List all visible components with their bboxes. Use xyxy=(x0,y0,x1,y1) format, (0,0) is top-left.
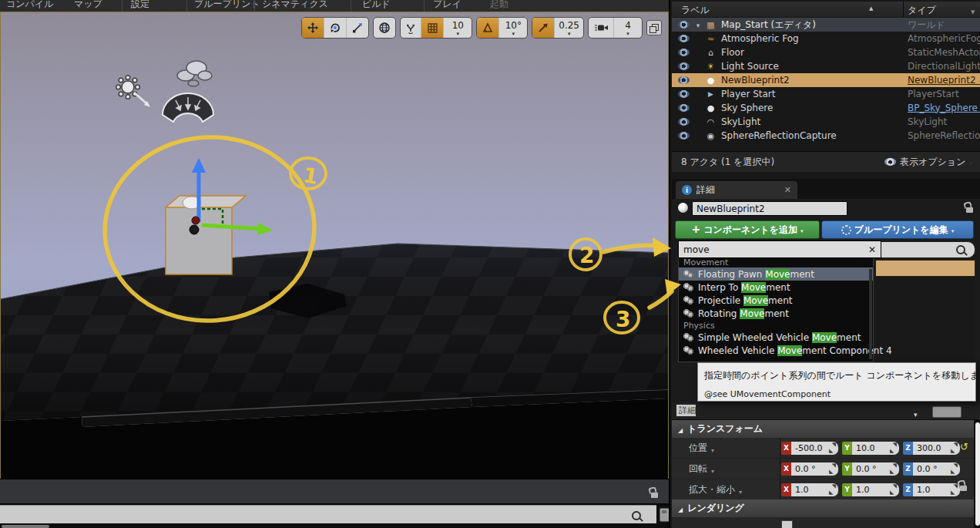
rotate-mode-button[interactable] xyxy=(324,18,347,38)
tab-details[interactable]: 詳細 xyxy=(676,181,797,199)
collapse-triangle-icon xyxy=(678,424,683,435)
viewport-scene[interactable] xyxy=(1,12,668,479)
visibility-eye-icon[interactable] xyxy=(678,21,690,29)
drag-handle-icon[interactable] xyxy=(951,465,958,473)
dropdown-item-wheeled-vehicle-movement[interactable]: Wheeled Vehicle Movement Component 4 xyxy=(679,344,873,357)
close-icon[interactable] xyxy=(784,185,791,195)
type-filter-icon[interactable] xyxy=(971,5,975,16)
edit-blueprint-link[interactable]: NewBlueprint2 を編 xyxy=(908,74,980,87)
component-search-input[interactable]: move xyxy=(678,240,881,258)
actor-name-field[interactable] xyxy=(692,201,847,216)
dropdown-item-floating-pawn-movement[interactable]: Floating Pawn Movement xyxy=(679,267,873,281)
details-filter-input[interactable]: 詳細 xyxy=(676,405,696,416)
visibility-eye-icon[interactable] xyxy=(678,118,690,126)
drag-handle-icon[interactable] xyxy=(890,486,897,494)
rotate-icon xyxy=(329,22,341,34)
visibility-eye-icon[interactable] xyxy=(678,62,690,70)
rotation-x-field[interactable]: X 0.0 ° xyxy=(781,462,838,476)
dropdown-item-rotating-movement[interactable]: Rotating Movement xyxy=(679,307,873,320)
drag-handle-icon[interactable] xyxy=(951,486,958,494)
rotation-y-field[interactable]: Y 0.0 ° xyxy=(842,462,899,476)
sort-ascending-icon[interactable] xyxy=(869,2,873,12)
outliner-row-map-start[interactable]: ▦ Map_Start (エディタ) ワールド xyxy=(672,18,980,32)
outliner-row-skylight[interactable]: ◠ SkyLight SkyLight xyxy=(672,115,980,129)
drag-handle-icon[interactable] xyxy=(829,465,836,473)
menu-blueprints[interactable]: ブループリント xyxy=(194,0,260,11)
outliner-row-sky-sphere[interactable]: ● Sky Sphere BP_Sky_Sphere を xyxy=(672,101,980,115)
outliner-row-light-source[interactable]: ☀ Light Source DirectionalLight xyxy=(672,59,980,73)
viewport-3d[interactable]: 10 10° xyxy=(0,12,669,479)
drag-handle-icon[interactable] xyxy=(829,444,836,452)
edit-blueprint-button[interactable]: ブループリントを編集 xyxy=(821,220,974,239)
translate-mode-button[interactable] xyxy=(302,18,324,38)
scale-snap-button[interactable] xyxy=(532,18,555,38)
scale-lock-icon[interactable] xyxy=(960,486,967,491)
location-x-field[interactable]: X -500.0 xyxy=(781,442,838,455)
outliner-row-sphere-reflection[interactable]: ◉ SphereReflectionCapture SphereReflecti… xyxy=(672,129,980,143)
component-tree-selected-row[interactable] xyxy=(875,260,975,277)
scale-x-field[interactable]: X 1.0 xyxy=(781,483,838,496)
drag-handle-icon[interactable] xyxy=(890,465,897,473)
dropdown-item-interp-to-movement[interactable]: Interp To Movement xyxy=(679,281,873,294)
outliner-row-newblueprint2[interactable]: ● NewBlueprint2 NewBlueprint2 を編 xyxy=(672,73,980,87)
details-scrollbar[interactable] xyxy=(975,422,980,526)
visibility-eye-icon[interactable] xyxy=(678,132,690,140)
menu-launch[interactable]: 起動 xyxy=(490,0,508,11)
menu-play[interactable]: プレイ xyxy=(433,0,461,11)
rotation-snap-value[interactable]: 10° xyxy=(499,18,527,38)
visibility-eye-icon[interactable] xyxy=(678,90,690,98)
add-component-button[interactable]: コンポーネントを追加 xyxy=(675,220,820,239)
expander-icon[interactable] xyxy=(693,19,703,30)
visibility-eye-icon[interactable] xyxy=(678,35,690,42)
location-y-field[interactable]: Y 10.0 xyxy=(842,442,899,455)
column-label[interactable]: ラベル xyxy=(681,4,710,17)
visibility-eye-icon[interactable] xyxy=(678,76,690,84)
outliner-row-player-start[interactable]: ▶ Player Start PlayerStart xyxy=(672,87,980,101)
grid-snap-button[interactable] xyxy=(421,18,444,38)
unlock-icon[interactable] xyxy=(651,493,658,498)
view-options-button[interactable]: 表示オプション xyxy=(884,156,972,169)
menu-compile[interactable]: コンパイル xyxy=(6,0,53,11)
rendering-section-header[interactable]: レンダリング xyxy=(672,499,980,518)
menu-settings[interactable]: 設定 xyxy=(131,0,149,11)
camera-speed-button[interactable] xyxy=(589,18,614,38)
rotation-z-field[interactable]: Z 0.0 ° xyxy=(903,462,960,476)
surface-snap-button[interactable] xyxy=(401,18,421,38)
rotation-snap-button[interactable] xyxy=(477,18,499,38)
drag-handle-icon[interactable] xyxy=(890,444,897,452)
reset-to-default-icon[interactable] xyxy=(960,442,968,452)
maximize-viewport-button[interactable] xyxy=(646,20,662,35)
camera-icon xyxy=(594,22,609,33)
drag-handle-icon[interactable] xyxy=(829,486,836,494)
horizontal-scrollbar[interactable] xyxy=(2,525,49,528)
drag-handle-icon[interactable] xyxy=(951,444,958,452)
clear-search-icon[interactable] xyxy=(868,244,876,255)
transform-section-header[interactable]: トランスフォーム xyxy=(672,420,980,439)
visibility-eye-icon[interactable] xyxy=(678,49,690,56)
menu-map[interactable]: マップ xyxy=(74,0,102,11)
content-browser-search-bar[interactable] xyxy=(0,505,656,524)
dropdown-item-simple-wheeled-vehicle-movement[interactable]: Simple Wheeled Vehicle Movement xyxy=(679,331,873,344)
menu-build[interactable]: ビルド xyxy=(362,0,391,11)
checkbox[interactable] xyxy=(781,520,793,528)
visibility-eye-icon[interactable] xyxy=(678,104,690,112)
chevron-down-icon[interactable] xyxy=(914,405,918,420)
outliner-row-floor[interactable]: ⌂ Floor StaticMeshActor xyxy=(672,45,980,59)
grid-snap-value[interactable]: 10 xyxy=(444,18,472,38)
scale-z-field[interactable]: Z 1.0 xyxy=(903,483,960,496)
column-type[interactable]: タイプ xyxy=(908,4,936,17)
edit-blueprint-link[interactable]: BP_Sky_Sphere を xyxy=(908,102,980,115)
filter-options-button[interactable] xyxy=(932,406,962,418)
scale-snap-value[interactable]: 0.25 xyxy=(555,18,583,38)
world-coordinate-button[interactable] xyxy=(374,18,395,38)
menu-cinematics[interactable]: シネマティクス xyxy=(262,0,328,11)
location-z-field[interactable]: Z 300.0 xyxy=(903,442,960,455)
details-search-field[interactable] xyxy=(875,241,975,258)
viewport-toolbar: 10 10° xyxy=(301,17,662,39)
camera-speed-value[interactable]: 4 xyxy=(614,18,642,38)
scale-mode-button[interactable] xyxy=(347,18,368,38)
dropdown-item-projectile-movement[interactable]: Projectile Movement xyxy=(679,294,873,307)
scale-y-field[interactable]: Y 1.0 xyxy=(842,483,899,496)
outliner-row-atmospheric-fog[interactable]: ≈ Atmospheric Fog AtmosphericFog xyxy=(672,32,980,45)
lock-icon[interactable] xyxy=(966,207,973,213)
